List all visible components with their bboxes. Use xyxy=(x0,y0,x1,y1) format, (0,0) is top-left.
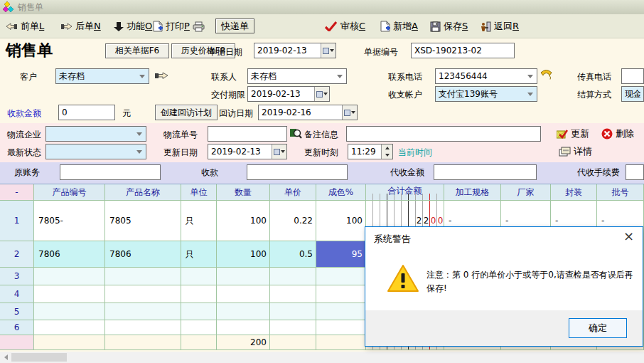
cell-name[interactable]: 7806 xyxy=(105,241,181,268)
calendar-dropdown-icon[interactable] xyxy=(321,43,336,58)
cell-code[interactable] xyxy=(34,268,105,285)
cell-qty[interactable] xyxy=(217,320,270,335)
ok-button[interactable]: 确定 xyxy=(569,318,627,338)
cell-code[interactable] xyxy=(34,285,105,303)
row-number[interactable]: 3 xyxy=(0,268,34,285)
cell-unit[interactable]: 只 xyxy=(181,201,217,241)
cell-name[interactable] xyxy=(105,268,181,285)
customer-combo[interactable]: 未存档 xyxy=(55,68,149,84)
collect-fee-input[interactable] xyxy=(626,164,644,180)
audit-button[interactable]: 审核C xyxy=(325,19,365,33)
calendar-dropdown-icon[interactable] xyxy=(342,105,357,120)
receipt-input[interactable] xyxy=(247,164,348,180)
received-amount-input[interactable] xyxy=(58,105,115,120)
horizontal-scrollbar[interactable] xyxy=(0,352,644,363)
update-date-field[interactable]: 2019-02-13 xyxy=(208,144,287,159)
floppy-icon xyxy=(430,21,441,32)
scrollbar-thumb[interactable] xyxy=(11,353,67,362)
cell-price[interactable] xyxy=(270,303,316,320)
cell-price[interactable]: 0.5 xyxy=(270,241,316,268)
cell-qty[interactable] xyxy=(217,285,270,303)
back-button[interactable]: 返回R xyxy=(480,19,519,33)
logistics-company-combo[interactable] xyxy=(45,126,146,142)
cell-code[interactable]: 7805- xyxy=(34,201,105,241)
cell-unit[interactable] xyxy=(181,320,217,335)
spinner-arrows-icon[interactable] xyxy=(381,144,392,159)
phone-icon[interactable] xyxy=(540,68,553,80)
cell-price[interactable] xyxy=(270,268,316,285)
note-input[interactable] xyxy=(346,126,541,142)
latest-status-combo[interactable] xyxy=(45,144,146,159)
express-order-button[interactable]: 快递单 xyxy=(215,19,254,33)
close-icon[interactable]: × xyxy=(623,230,634,243)
cell-purity[interactable] xyxy=(316,303,366,320)
row-number[interactable]: 5 xyxy=(0,303,34,320)
print-button[interactable]: 打印P xyxy=(153,19,205,33)
add-new-button[interactable]: 新增A xyxy=(380,19,418,33)
related-docs-button[interactable]: 相关单据F6 xyxy=(105,43,169,58)
cell-name[interactable]: 7805 xyxy=(105,201,181,241)
contact-combo[interactable]: 未存档 xyxy=(247,68,347,84)
functions-button[interactable]: 功能O xyxy=(114,19,152,33)
cell-code[interactable] xyxy=(34,303,105,320)
detail-button[interactable]: 详情 xyxy=(559,145,592,158)
update-time-spinner[interactable]: 11:29 xyxy=(348,144,393,159)
cell-price[interactable]: 0.22 xyxy=(270,201,316,241)
tracking-no-input[interactable] xyxy=(208,126,287,142)
origin-account-input[interactable] xyxy=(60,164,161,180)
create-visit-plan-button[interactable]: 创建回访计划 xyxy=(155,105,218,120)
cell-unit[interactable]: 只 xyxy=(181,241,217,268)
cell-qty[interactable]: 100 xyxy=(217,241,270,268)
search-icon[interactable] xyxy=(290,127,302,139)
cell-qty[interactable] xyxy=(217,303,270,320)
cell-unit[interactable] xyxy=(181,303,217,320)
contact-label: 联系人 xyxy=(211,71,237,83)
visit-date-field[interactable]: 2019-02-16 xyxy=(258,105,358,120)
fax-input[interactable] xyxy=(621,68,644,84)
cell-name[interactable] xyxy=(105,285,181,303)
update-button[interactable]: 更新 xyxy=(557,127,589,140)
cell-purity[interactable] xyxy=(316,268,366,285)
cell-code[interactable]: 7806 xyxy=(34,241,105,268)
row-number[interactable]: 4 xyxy=(0,285,34,303)
cell-name[interactable] xyxy=(105,320,181,335)
cell-purity[interactable] xyxy=(316,320,366,335)
row-number[interactable]: 6 xyxy=(0,320,34,335)
logistics-company-label: 物流企业 xyxy=(7,129,41,141)
phone-combo[interactable]: 123456444 xyxy=(435,68,537,84)
save-button[interactable]: 保存S xyxy=(430,19,468,33)
cell-qty[interactable] xyxy=(217,268,270,285)
detail-cards-icon xyxy=(559,147,571,157)
cell-code[interactable] xyxy=(34,320,105,335)
calendar-dropdown-icon[interactable] xyxy=(314,87,329,101)
current-time-link[interactable]: 当前时间 xyxy=(398,147,432,159)
scroll-left-icon[interactable] xyxy=(0,352,11,363)
cell-price[interactable] xyxy=(270,320,316,335)
cell-qty[interactable]: 100 xyxy=(217,201,270,241)
column-header: 数量 xyxy=(217,184,270,201)
selected-cell-purity[interactable]: 95 xyxy=(316,241,366,268)
next-order-button[interactable]: 后单N xyxy=(60,19,101,33)
calendar-dropdown-icon[interactable] xyxy=(272,144,286,159)
dialog-title: 系统警告 xyxy=(374,233,411,246)
cell-name[interactable] xyxy=(105,303,181,320)
doc-date-field[interactable]: 2019-02-13 xyxy=(254,43,336,58)
column-header: 合计金额 xyxy=(366,184,444,201)
doc-no-input[interactable] xyxy=(411,43,515,58)
prev-order-button[interactable]: 前单L xyxy=(6,19,44,33)
row-number[interactable]: 2 xyxy=(0,241,34,268)
cell-unit[interactable] xyxy=(181,285,217,303)
cell-purity[interactable]: 100 xyxy=(316,201,366,241)
hand-left-icon xyxy=(6,22,18,31)
delete-button[interactable]: 删除 xyxy=(601,127,634,140)
collect-amount-input[interactable] xyxy=(434,164,537,180)
cell-unit[interactable] xyxy=(181,268,217,285)
cell-purity[interactable] xyxy=(316,285,366,303)
account-combo[interactable]: 支付宝139账号 xyxy=(435,86,537,102)
settle-method-input[interactable] xyxy=(621,86,644,102)
delivery-date-field[interactable]: 2019-02-13 xyxy=(247,86,330,102)
cell-price[interactable] xyxy=(270,285,316,303)
row-number[interactable]: 1 xyxy=(0,201,34,241)
hand-right-icon[interactable] xyxy=(154,70,168,80)
column-header: 封装 xyxy=(551,184,597,201)
